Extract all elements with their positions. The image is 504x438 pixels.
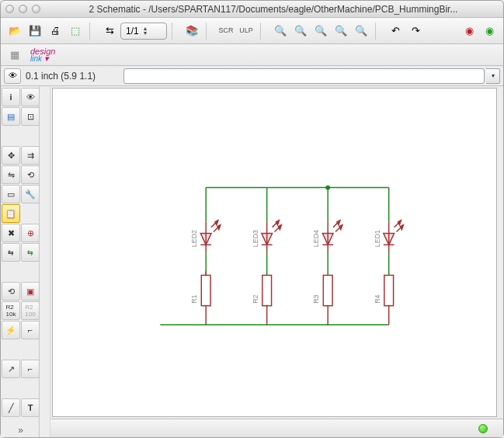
paste-icon: 📋: [5, 209, 16, 219]
board-icon: ⇆: [106, 26, 114, 36]
eye-icon: 👁: [9, 71, 17, 80]
redo-icon: ↷: [412, 26, 420, 36]
zoom-out-button[interactable]: 🔍: [311, 22, 330, 40]
library-icon: 📚: [186, 26, 198, 36]
info-tool[interactable]: i: [2, 88, 20, 106]
designlink-label-2: link: [30, 54, 42, 63]
main-toolbar: 📂 💾 🖨 ⬚ ⇆ 1/1 ▴▾ 📚 SCR ULP 🔍 🔍 🔍 🔍 🔍 ↶ ↷…: [1, 18, 503, 44]
svg-marker-5: [200, 233, 211, 245]
copy-tool[interactable]: ⇉: [21, 146, 40, 165]
route-tool[interactable]: ⌐: [21, 360, 40, 378]
rotate-tool[interactable]: ⟲: [21, 165, 40, 184]
stop-icon: ◉: [465, 26, 474, 36]
route-icon: ⌐: [28, 364, 33, 374]
display-tool[interactable]: ▤: [2, 107, 20, 126]
value-tool[interactable]: R2100: [21, 301, 40, 320]
status-indicator-icon: [478, 424, 488, 433]
group-tool[interactable]: ▭: [2, 185, 20, 203]
command-input[interactable]: [123, 68, 485, 84]
copy-icon: ⇉: [27, 151, 34, 161]
split-tool[interactable]: ↗: [2, 360, 20, 378]
gateswap-tool[interactable]: ⇆: [21, 243, 40, 262]
save-button[interactable]: 💾: [26, 22, 44, 40]
rotate-icon: ⟲: [27, 170, 34, 180]
mirror-icon: ⇋: [8, 170, 15, 180]
expand-tools-button[interactable]: »: [12, 422, 30, 438]
svg-marker-39: [384, 233, 395, 245]
cam-button[interactable]: ⬚: [66, 22, 85, 40]
separator: [172, 23, 178, 40]
zoom-fit-button[interactable]: 🔍: [271, 22, 290, 40]
print-button[interactable]: 🖨: [46, 22, 64, 40]
invoke-tool[interactable]: ▣: [21, 282, 40, 301]
svg-rect-24: [262, 275, 272, 305]
delete-icon: ✖: [8, 228, 15, 238]
minimize-window-button[interactable]: [19, 5, 27, 13]
move-tool[interactable]: ✥: [2, 146, 20, 165]
zoom-select-button[interactable]: 🔍: [352, 22, 370, 40]
wire-icon: ╱: [9, 403, 14, 413]
sheet-arrows-icon: ▴▾: [144, 26, 147, 36]
designlink-logo[interactable]: design link ▾: [30, 48, 55, 62]
zoom-redraw-icon: 🔍: [335, 26, 347, 36]
schematic-canvas[interactable]: LED2 R1: [52, 88, 497, 417]
separator: [375, 23, 381, 40]
text-tool[interactable]: T: [21, 398, 40, 417]
coordinate-display: 0.1 inch (5.9 1.1): [26, 71, 119, 82]
script-button[interactable]: SCR: [217, 22, 235, 40]
open-button[interactable]: 📂: [5, 22, 24, 40]
grid-button[interactable]: ▦: [5, 46, 24, 64]
paste-tool[interactable]: 📋: [2, 204, 20, 223]
close-window-button[interactable]: [5, 5, 14, 13]
replace-icon: ⟲: [8, 287, 15, 297]
smash-tool[interactable]: ⚡: [2, 321, 20, 339]
svg-marker-42: [398, 221, 401, 225]
svg-marker-8: [215, 221, 218, 225]
svg-marker-31: [337, 221, 340, 225]
secondary-toolbar: ▦ design link ▾: [1, 44, 503, 66]
cancel-button[interactable]: ◉: [460, 22, 478, 40]
show-tool[interactable]: 👁: [21, 88, 40, 106]
mark-tool[interactable]: ⊡: [21, 107, 40, 126]
sheet-label: 1/1: [126, 26, 139, 36]
zoom-redraw-button[interactable]: 🔍: [332, 22, 350, 40]
zoom-fit-icon: 🔍: [274, 26, 287, 36]
miter-tool[interactable]: ⌐: [21, 321, 40, 339]
pinswap-tool[interactable]: ⇆: [2, 243, 20, 262]
eye-icon: 👁: [26, 92, 35, 102]
delete-tool[interactable]: ✖: [2, 224, 20, 242]
window-controls: [5, 5, 40, 13]
layers-button[interactable]: 👁: [4, 68, 21, 84]
command-history-dropdown[interactable]: ▾: [486, 68, 500, 84]
schematic-drawing: LED2 R1: [53, 89, 496, 416]
canvas-wrap: LED2 R1: [50, 86, 503, 437]
redo-button[interactable]: ↷: [406, 22, 425, 40]
titlebar: 2 Schematic - /Users/SPARTAN117/Document…: [1, 1, 503, 18]
svg-marker-20: [276, 221, 279, 225]
wire-tool[interactable]: ╱: [2, 398, 20, 417]
print-icon: 🖨: [50, 26, 61, 36]
replace-tool[interactable]: ⟲: [2, 282, 20, 301]
save-icon: 💾: [29, 26, 41, 36]
mirror-tool[interactable]: ⇋: [2, 165, 20, 184]
library-button[interactable]: 📚: [182, 22, 201, 40]
undo-button[interactable]: ↶: [386, 22, 405, 40]
zoom-window-button[interactable]: [32, 5, 40, 13]
add-icon: ⊕: [27, 228, 34, 238]
status-bar: [50, 419, 503, 437]
name-tool[interactable]: R210k: [2, 301, 20, 320]
grid-icon: ▦: [10, 50, 19, 60]
svg-rect-46: [384, 275, 394, 305]
coord-row: 👁 0.1 inch (5.9 1.1) ▾: [1, 66, 503, 86]
zoom-in-button[interactable]: 🔍: [291, 22, 310, 40]
ulp-button[interactable]: ULP: [237, 22, 255, 40]
tool-palette: i 👁 ▤ ⊡ ✥ ⇉ ⇋ ⟲ ▭ 🔧 📋 ✖ ⊕ ⇆ ⇆ ⟲ ▣ R210k …: [1, 86, 40, 437]
change-tool[interactable]: 🔧: [21, 185, 40, 203]
svg-rect-12: [201, 275, 210, 305]
pinswap-icon: ⇆: [8, 249, 14, 256]
go-button[interactable]: ◉: [480, 22, 499, 40]
sheet-selector[interactable]: 1/1 ▴▾: [120, 23, 167, 40]
add-tool[interactable]: ⊕: [21, 224, 40, 242]
group-icon: ▭: [7, 189, 15, 200]
board-button[interactable]: ⇆: [100, 22, 119, 40]
